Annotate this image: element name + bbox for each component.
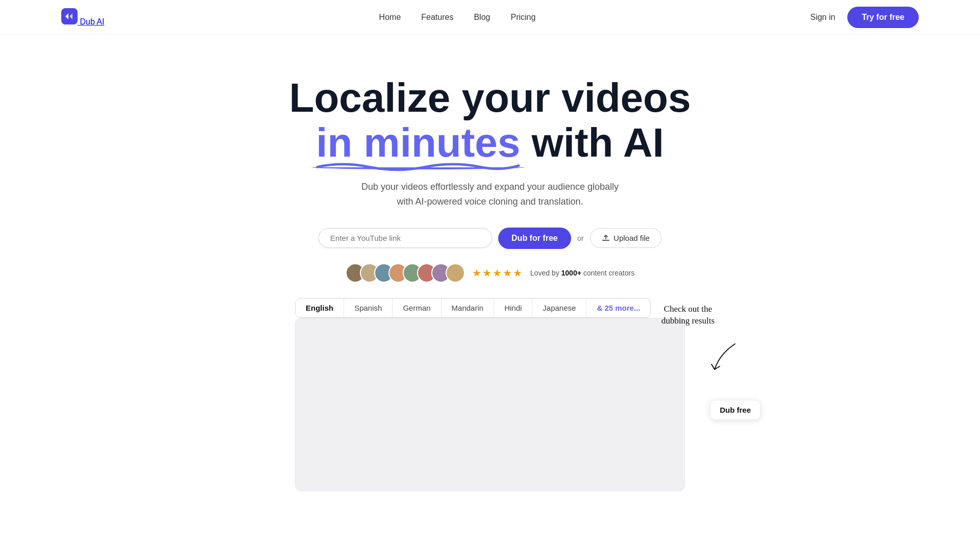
try-for-free-button[interactable]: Try for free [847,7,919,28]
logo-icon [61,8,78,24]
hero-subtitle: Dub your videos effortlessly and expand … [352,180,628,209]
stars: ★★★★★ [472,267,523,279]
youtube-input[interactable] [330,234,480,242]
loved-text: Loved by 1000+ content creators [530,269,634,277]
language-tabs: EnglishSpanishGermanMandarinHindiJapanes… [295,298,651,318]
nav-blog[interactable]: Blog [474,13,490,22]
dub-free-badge: Dub free [710,400,761,420]
language-tab-japanese[interactable]: Japanese [532,298,586,317]
language-tab-spanish[interactable]: Spanish [344,298,393,317]
dub-for-free-button[interactable]: Dub for free [498,228,571,249]
language-tab-german[interactable]: German [393,298,441,317]
input-row: Dub for free or Upload file [318,228,662,249]
language-tab-hindi[interactable]: Hindi [494,298,532,317]
underline-decoration [314,159,522,172]
sign-in-button[interactable]: Sign in [810,13,835,22]
upload-icon [602,234,610,242]
upload-file-button[interactable]: Upload file [590,228,662,248]
language-tab-mandarin[interactable]: Mandarin [442,298,495,317]
or-text: or [577,234,584,242]
hero-highlight: in minutes [316,120,520,165]
avatars [346,263,465,283]
hero-title-line2: in minutes with AI [289,120,691,165]
hero-title-line1: Localize your videos [289,75,691,120]
video-placeholder [295,318,685,491]
navbar: Dub AI Home Features Blog Pricing Sign i… [0,0,980,35]
nav-pricing[interactable]: Pricing [510,13,535,22]
language-tab-english[interactable]: English [296,298,344,317]
demo-section: EnglishSpanishGermanMandarinHindiJapanes… [184,298,796,502]
logo[interactable]: Dub AI [61,8,104,27]
logo-text: Dub AI [80,17,104,26]
language-tab--25-more-[interactable]: & 25 more... [586,298,650,317]
nav-links: Home Features Blog Pricing [379,13,536,22]
social-proof: ★★★★★ Loved by 1000+ content creators [346,263,634,283]
hero-section: Localize your videos in minutes with AI … [0,35,980,522]
avatar [446,263,465,283]
annotation-text: Check out the dubbing results [662,303,715,328]
svg-rect-1 [602,240,609,241]
annotation-arrow [704,339,745,374]
hero-title-rest: with AI [520,120,664,165]
nav-features[interactable]: Features [421,13,453,22]
youtube-input-wrap [318,228,492,248]
hero-title: Localize your videos in minutes with AI [289,76,691,165]
nav-home[interactable]: Home [379,13,401,22]
nav-right: Sign in Try for free [810,7,919,28]
